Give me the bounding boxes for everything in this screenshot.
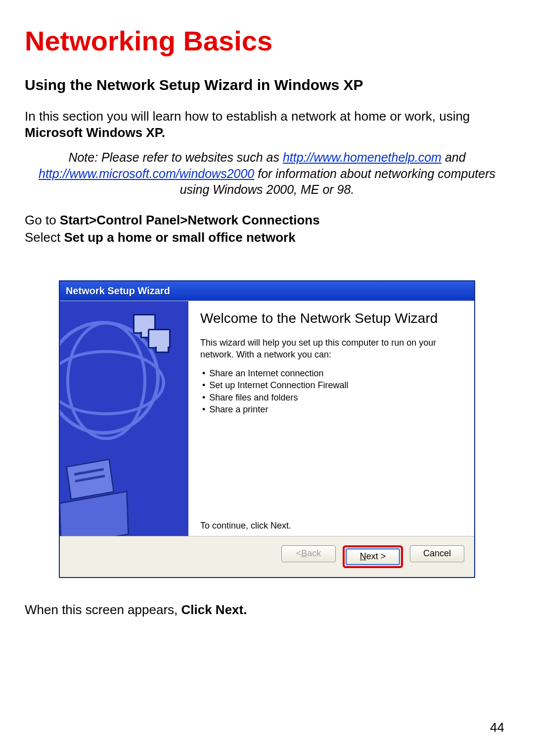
wizard-window: Network Setup Wizard Welcome to the Netw…: [59, 281, 475, 578]
wizard-paragraph: This wizard will help you set up this co…: [200, 337, 464, 360]
note-paragraph: Note: Please refer to websites such as h…: [35, 149, 499, 198]
wizard-content: Welcome to the Network Setup Wizard This…: [188, 301, 474, 536]
next-suffix: ext >: [366, 551, 386, 562]
next-button[interactable]: Next >: [346, 548, 400, 565]
wizard-bullet: Share a printer: [202, 403, 464, 415]
step2-pre: Select: [25, 230, 64, 245]
wizard-continue-text: To continue, click Next.: [200, 521, 291, 531]
next-button-highlight: Next >: [343, 545, 403, 568]
note-pre: Note: Please refer to websites such as: [68, 150, 283, 164]
steps-paragraph: Go to Start>Control Panel>Network Connec…: [25, 212, 509, 246]
wizard-bullet: Share an Internet connection: [202, 367, 464, 379]
page-title: Networking Basics: [25, 25, 509, 57]
after-text: When this screen appears, Click Next.: [25, 602, 509, 618]
cancel-button[interactable]: Cancel: [410, 545, 464, 562]
next-hotkey: N: [360, 551, 366, 562]
wizard-bullet: Share files and folders: [202, 392, 464, 403]
step1-bold: Start>Control Panel>Network Connections: [60, 213, 320, 227]
printer-icon: [60, 460, 139, 536]
page-number: 44: [490, 720, 504, 735]
back-suffix: ack: [307, 548, 321, 559]
intro-bold: Microsoft Windows XP.: [25, 125, 165, 140]
wizard-side-graphic: [60, 301, 188, 536]
wizard-body: Welcome to the Network Setup Wizard This…: [60, 301, 474, 536]
back-hotkey: B: [301, 548, 307, 559]
note-mid1: and: [442, 150, 466, 164]
section-subtitle: Using the Network Setup Wizard in Window…: [25, 77, 509, 93]
intro-paragraph: In this section you will learn how to es…: [25, 108, 509, 140]
monitors-icon: [133, 314, 178, 354]
back-prefix: <: [296, 548, 302, 559]
wizard-heading: Welcome to the Network Setup Wizard: [200, 310, 464, 327]
note-link-1[interactable]: http://www.homenethelp.com: [283, 150, 442, 164]
back-button: < Back: [281, 545, 336, 562]
wizard-titlebar: Network Setup Wizard: [60, 281, 474, 301]
after-pre: When this screen appears,: [25, 602, 181, 617]
wizard-footer: < Back Next > Cancel: [60, 536, 474, 577]
wizard-bullet-list: Share an Internet connection Set up Inte…: [202, 367, 464, 415]
after-bold: Click Next.: [181, 602, 247, 617]
note-link-2[interactable]: http://www.microsoft.com/windows2000: [39, 167, 254, 180]
wizard-bullet: Set up Internet Connection Firewall: [202, 379, 464, 391]
step2-bold: Set up a home or small office network: [64, 230, 296, 245]
step1-pre: Go to: [25, 213, 60, 227]
intro-text: In this section you will learn how to es…: [25, 109, 470, 124]
